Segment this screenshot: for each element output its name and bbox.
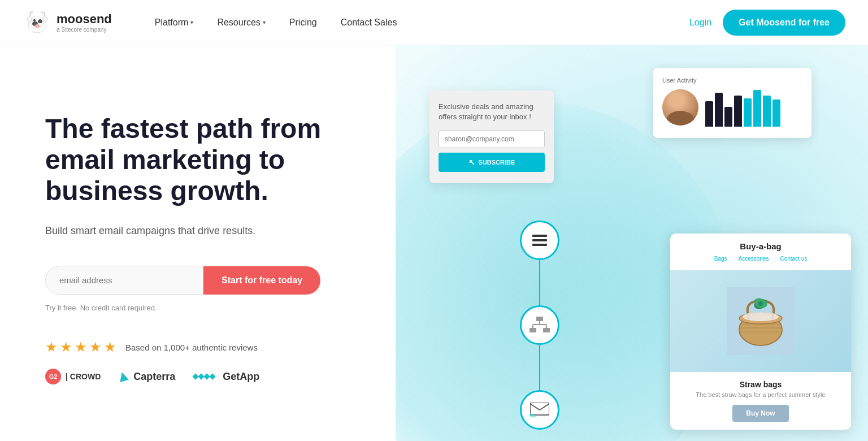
org-chart-icon xyxy=(530,317,550,334)
nav-platform[interactable]: Platform ▾ xyxy=(146,13,203,32)
activity-chart xyxy=(705,89,802,129)
product-image xyxy=(670,270,851,372)
badges-row: G2 | CROWD Capterra GetApp xyxy=(45,369,362,384)
svg-rect-15 xyxy=(532,239,547,241)
bar-4 xyxy=(734,96,742,127)
product-name: Straw bags xyxy=(682,380,840,389)
nav-right: Login Get Moosend for free xyxy=(689,10,845,36)
navbar: moosend a Sitecore company Platform ▾ Re… xyxy=(0,0,868,45)
nav-pricing[interactable]: Pricing xyxy=(280,13,326,32)
subscribe-button[interactable]: ↖ SUBSCRIBE xyxy=(439,153,545,172)
star-4: ★ xyxy=(89,339,102,355)
flow-node-3 xyxy=(520,390,559,430)
star-rating: ★ ★ ★ ★ ★ xyxy=(45,339,116,355)
nav-contact-sales[interactable]: Contact Sales xyxy=(332,13,406,32)
hero-right: Exclusive deals and amazing offers strai… xyxy=(396,45,868,441)
svg-point-6 xyxy=(39,19,41,21)
hero-subtitle: Build smart email campaigns that drive r… xyxy=(45,223,362,239)
get-moosend-button[interactable]: Get Moosend for free xyxy=(723,10,845,36)
getapp-badge: GetApp xyxy=(193,371,259,383)
cursor-icon: ↖ xyxy=(468,158,475,167)
getapp-label: GetApp xyxy=(223,371,259,383)
product-info: Straw bags The best straw bags for a per… xyxy=(670,372,851,430)
email-form: Start for free today xyxy=(45,266,362,295)
svg-rect-14 xyxy=(532,235,547,237)
user-activity-card: User Activity xyxy=(653,68,811,138)
svg-rect-23 xyxy=(543,328,550,332)
product-card-header: Buy-a-bag Bags Accessories Contact us xyxy=(670,234,851,270)
flow-line-1 xyxy=(539,260,540,305)
form-icon xyxy=(531,234,548,247)
star-1: ★ xyxy=(45,339,58,355)
svg-rect-17 xyxy=(536,317,543,321)
bar-6 xyxy=(753,90,761,127)
review-text: Based on 1,000+ authentic reviews xyxy=(125,343,258,352)
product-nav-bags[interactable]: Bags xyxy=(714,256,727,262)
product-card-nav: Bags Accessories Contact us xyxy=(682,256,840,262)
bar-5 xyxy=(744,98,752,127)
reviews-row: ★ ★ ★ ★ ★ Based on 1,000+ authentic revi… xyxy=(45,339,362,355)
svg-point-5 xyxy=(33,19,36,21)
bar-3 xyxy=(724,107,732,127)
g2-icon: G2 xyxy=(45,369,61,384)
svg-point-35 xyxy=(758,301,763,306)
hero-left: The fastest path from email marketing to… xyxy=(0,45,396,441)
flow-node-1 xyxy=(520,220,559,260)
logo-icon xyxy=(23,8,52,37)
bar-1 xyxy=(705,101,713,127)
svg-point-7 xyxy=(34,19,35,20)
svg-point-13 xyxy=(43,16,47,22)
subscribe-card: Exclusive deals and amazing offers strai… xyxy=(429,90,554,183)
nav-links: Platform ▾ Resources ▾ Pricing Contact S… xyxy=(146,13,689,32)
email-input[interactable] xyxy=(45,266,203,295)
product-desc: The best straw bags for a perfect summer… xyxy=(682,391,840,398)
bar-7 xyxy=(763,96,771,127)
logo-sub: a Sitecore company xyxy=(57,27,112,33)
hero-section: The fastest path from email marketing to… xyxy=(0,45,868,441)
email-icon xyxy=(530,403,549,417)
svg-point-12 xyxy=(27,16,32,22)
g2-badge: G2 | CROWD xyxy=(45,369,101,384)
start-free-button[interactable]: Start for free today xyxy=(203,266,320,295)
subscribe-card-text: Exclusive deals and amazing offers strai… xyxy=(439,102,545,122)
svg-rect-24 xyxy=(530,403,549,415)
svg-point-9 xyxy=(34,24,40,28)
product-nav-accessories[interactable]: Accessories xyxy=(739,256,769,262)
hero-title: The fastest path from email marketing to… xyxy=(45,113,362,207)
logo-name: moosend xyxy=(57,12,112,27)
capterra-label: Capterra xyxy=(133,371,175,383)
star-2: ★ xyxy=(60,339,72,355)
free-note: Try it free. No credit card required. xyxy=(45,304,362,312)
g2-label: | CROWD xyxy=(66,372,101,381)
svg-point-10 xyxy=(36,25,37,27)
chevron-down-icon: ▾ xyxy=(263,19,266,25)
svg-rect-22 xyxy=(530,328,536,332)
product-nav-contact[interactable]: Contact us xyxy=(780,256,807,262)
bar-2 xyxy=(715,93,723,127)
chevron-down-icon: ▾ xyxy=(190,19,193,25)
star-5: ★ xyxy=(104,339,116,355)
getapp-icon xyxy=(193,374,215,379)
activity-content xyxy=(662,89,802,129)
product-card: Buy-a-bag Bags Accessories Contact us xyxy=(670,234,851,430)
svg-point-36 xyxy=(743,312,779,321)
logo[interactable]: moosend a Sitecore company xyxy=(23,8,112,37)
login-button[interactable]: Login xyxy=(689,18,711,28)
product-brand: Buy-a-bag xyxy=(682,241,840,251)
svg-rect-16 xyxy=(532,244,547,246)
capterra-badge: Capterra xyxy=(119,371,175,383)
activity-title: User Activity xyxy=(662,77,802,84)
star-3: ★ xyxy=(75,339,87,355)
flow-node-2 xyxy=(520,305,559,345)
subscribe-email-input[interactable] xyxy=(439,130,545,148)
flow-line-2 xyxy=(539,345,540,390)
buy-now-button[interactable]: Buy Now xyxy=(732,405,788,422)
bar-8 xyxy=(772,100,780,127)
avatar xyxy=(662,89,698,126)
capterra-icon xyxy=(118,371,129,382)
svg-point-11 xyxy=(38,25,39,27)
nav-resources[interactable]: Resources ▾ xyxy=(208,13,274,32)
bag-illustration xyxy=(727,287,795,355)
logo-text: moosend a Sitecore company xyxy=(57,12,112,33)
svg-point-8 xyxy=(40,19,41,20)
